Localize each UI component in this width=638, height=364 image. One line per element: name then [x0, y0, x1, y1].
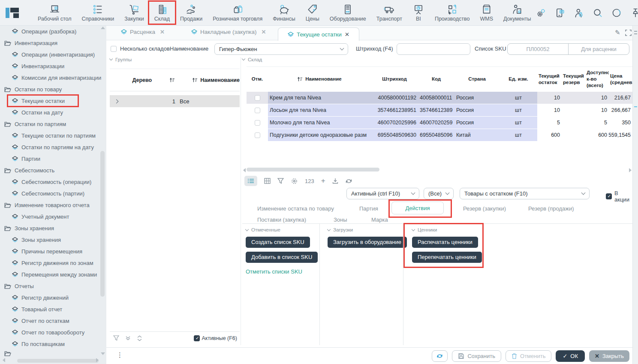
numbers-format-button[interactable]: 123	[305, 178, 314, 184]
barcode-input[interactable]	[397, 43, 470, 55]
cell-price[interactable]: 350	[609, 117, 632, 129]
tab-current-stock-active[interactable]: Текущие остатки ✕	[278, 27, 359, 41]
promo-checkbox[interactable]	[606, 193, 612, 199]
cell-available[interactable]: 5	[585, 117, 609, 129]
gear-icon[interactable]	[291, 177, 298, 185]
column-tree[interactable]: Дерево	[125, 77, 159, 83]
active-filter[interactable]: Активные (F6)	[194, 335, 237, 341]
menu-item-directories[interactable]: Справочники	[76, 2, 119, 24]
cell-barcode[interactable]: 4600702025996	[371, 117, 418, 129]
scrollbar-thumb[interactable]	[100, 151, 105, 297]
column-unit[interactable]: Ед. изм.	[500, 66, 537, 91]
cell-barcode[interactable]: 3574661238951	[371, 104, 418, 116]
refresh-button[interactable]	[432, 350, 448, 362]
cell-reserve[interactable]	[562, 104, 585, 116]
cell-unit[interactable]: шт	[500, 92, 537, 104]
cell-unit[interactable]: шт	[500, 104, 537, 116]
row-checkbox[interactable]	[255, 108, 260, 113]
cell-reserve[interactable]	[562, 129, 585, 141]
menu-item-desktop[interactable]: Рабочий стол	[33, 2, 76, 24]
sidebar-vertical-scrollbar[interactable]	[100, 27, 105, 361]
scroll-right-arrow[interactable]	[96, 358, 99, 362]
cancel-button[interactable]: Отменить	[506, 350, 551, 362]
subtab-reserve-sales[interactable]: Резерв (продажи)	[528, 205, 574, 212]
row-checkbox-cell[interactable]	[247, 92, 268, 104]
sidebar-item-product-report[interactable]: Товарный отчет	[0, 304, 106, 315]
subtab-zones[interactable]: Зоны	[334, 217, 347, 223]
scroll-right-arrow[interactable]	[629, 168, 632, 172]
row-checkbox-cell[interactable]	[247, 129, 268, 141]
column-code[interactable]: Код	[418, 66, 454, 91]
expand-all-icon[interactable]	[125, 336, 131, 341]
column-barcode[interactable]: Штрихкод	[371, 66, 418, 91]
kebab-menu-icon[interactable]: ⋮	[117, 351, 123, 359]
menu-item-sales[interactable]: Продажи	[175, 2, 208, 24]
sidebar-item-zone-movement-register[interactable]: Регистр движения по зонам	[0, 257, 106, 269]
list-view-button[interactable]	[244, 176, 257, 186]
sidebar-horizontal-scrollbar[interactable]	[17, 359, 99, 363]
row-checkbox-cell[interactable]	[247, 117, 268, 129]
cell-unit[interactable]: шт	[500, 117, 537, 129]
collapsed-side-panel[interactable]	[632, 26, 638, 364]
menu-item-documents[interactable]: Документы	[498, 2, 536, 24]
sidebar-item-cost-batches[interactable]: Себестоимость (партии)	[0, 188, 106, 199]
create-sku-list-button[interactable]: Создать список SKU	[246, 237, 310, 248]
print-pricetags-button[interactable]: Распечатать ценники	[412, 237, 478, 248]
tab-invoices-purchase[interactable]: Накладные (закупка) ✕	[191, 29, 266, 35]
subtab-batch[interactable]: Партия	[359, 205, 378, 212]
column-product-name[interactable]: Наименование	[268, 66, 371, 91]
stock-filter-select[interactable]: Товары с остатком (F10)	[460, 188, 590, 199]
scrollbar-thumb[interactable]	[247, 168, 379, 171]
search-icon[interactable]	[593, 8, 603, 18]
cell-unit[interactable]: шт	[500, 129, 537, 141]
sidebar-item-current-stock[interactable]: Текущие остатки	[0, 95, 106, 107]
sidebar-item-stock-report[interactable]: Отчет по остаткам	[0, 315, 106, 327]
cell-product-name[interactable]: Крем для тела Nivea	[268, 92, 371, 104]
cell-code[interactable]: 46007020259	[418, 117, 454, 129]
active-f6-checkbox[interactable]	[194, 335, 200, 341]
sidebar-item-inventory-commissions[interactable]: Комиссии для инвентаризации	[0, 72, 106, 84]
sidebar-folder-reports[interactable]: Отчеты	[0, 280, 106, 292]
sidebar-folder-stock-by-product[interactable]: Остатки по товару	[0, 84, 106, 95]
scroll-left-arrow[interactable]	[3, 358, 5, 362]
sidebar-folder-storage-zones[interactable]: Зоны хранения	[0, 223, 106, 234]
sidebar-item-batches[interactable]: Партии	[0, 153, 106, 165]
scroll-down-arrow[interactable]	[101, 352, 105, 355]
subtab-supplies-purchase[interactable]: Поставки (закупка)	[257, 217, 306, 223]
sidebar-item-operations-disassembly[interactable]: Операции (разборка)	[0, 26, 106, 37]
menu-item-retail[interactable]: Розничная торговля	[208, 2, 268, 24]
filter-icon[interactable]	[277, 178, 284, 184]
clock-icon[interactable]	[611, 8, 622, 18]
sidebar-item-accounting-document[interactable]: Учетный документ	[0, 211, 106, 223]
row-checkbox[interactable]	[255, 120, 260, 126]
row-checkbox[interactable]	[255, 95, 260, 101]
menu-item-prices[interactable]: Цены	[301, 2, 325, 24]
cell-code[interactable]: 69550485096	[418, 129, 454, 141]
upload-to-equipment-button[interactable]: Загрузить в оборудование	[328, 237, 407, 248]
pin-icon[interactable]	[630, 8, 638, 18]
sku-code-button[interactable]: ПЛ00052	[508, 44, 569, 54]
warehouse-panel-header[interactable]: Склад	[242, 57, 632, 62]
column-current-reserve[interactable]: Текущий резерв	[562, 66, 585, 91]
scroll-up-arrow[interactable]	[101, 27, 105, 29]
grid-view-icon[interactable]	[264, 178, 271, 184]
cell-available[interactable]: 10	[585, 92, 609, 104]
sidebar-item-operations-inventory[interactable]: Операции (инвентаризация)	[0, 49, 106, 60]
cell-price[interactable]: 216,67	[609, 92, 632, 104]
cell-stock[interactable]: 5	[537, 117, 562, 129]
cell-price[interactable]: 559,1545	[609, 129, 632, 141]
sidebar-item-movements-register[interactable]: Регистр движений	[0, 292, 106, 304]
cell-reserve[interactable]	[562, 92, 585, 104]
sidebar-folder-stock-by-batches[interactable]: Остатки по партиям	[0, 118, 106, 130]
close-icon[interactable]: ✕	[345, 31, 349, 38]
sidebar-folder-cost[interactable]: Себестоимость	[0, 165, 106, 176]
sku-for-pricing-button[interactable]: Для расценки	[569, 44, 629, 54]
subtab-brand[interactable]: Марка	[371, 217, 388, 223]
cell-code[interactable]: 35746612389	[418, 104, 454, 116]
menu-item-production[interactable]: Производство	[430, 2, 475, 24]
table-horizontal-scrollbar[interactable]	[247, 168, 628, 171]
multi-warehouse-checkbox[interactable]	[111, 46, 117, 52]
sidebar-item-zone-movements[interactable]: Перемещения между зонами	[0, 269, 106, 280]
sidebar-item-partial[interactable]	[0, 350, 106, 357]
sidebar-item-movement-reasons[interactable]: Причины перемещения	[0, 246, 106, 257]
